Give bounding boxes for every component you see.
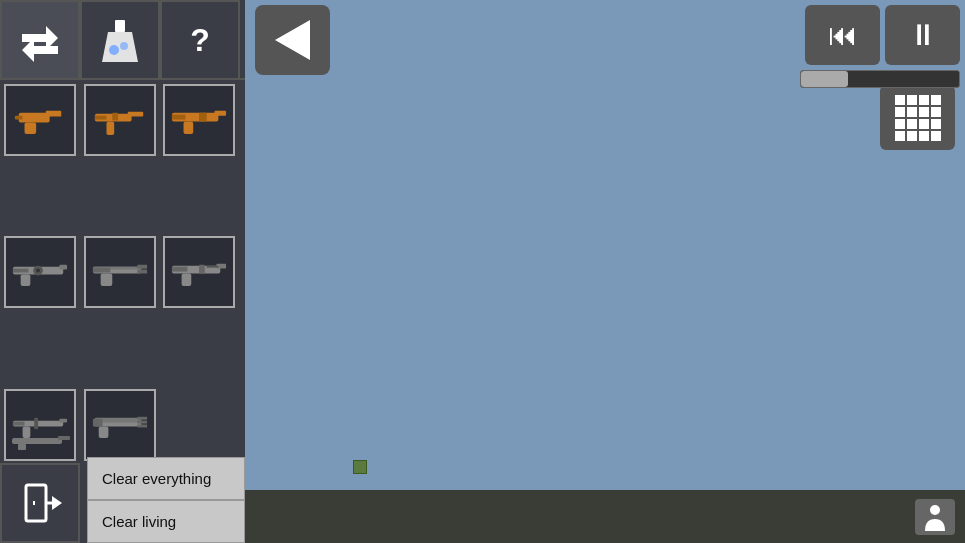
- svg-marker-56: [52, 496, 62, 510]
- svg-point-53: [930, 505, 940, 515]
- svg-rect-9: [15, 116, 23, 120]
- progress-bar[interactable]: [800, 70, 960, 88]
- clear-everything-button[interactable]: Clear everything: [87, 457, 245, 500]
- svg-rect-39: [59, 418, 67, 422]
- svg-rect-46: [137, 420, 147, 423]
- svg-rect-31: [93, 268, 110, 273]
- weapon-cell-minigun[interactable]: [84, 389, 156, 461]
- toolbar: ?: [0, 0, 245, 80]
- top-right-controls: ⏮ ⏸: [795, 0, 965, 93]
- svg-marker-3: [102, 32, 138, 62]
- rewind-button[interactable]: ⏮: [805, 5, 880, 65]
- svg-rect-37: [207, 266, 219, 268]
- weapon-cell-smg[interactable]: [84, 84, 156, 156]
- flask-button[interactable]: [80, 0, 160, 80]
- weapon-cell-ar2[interactable]: [163, 236, 235, 308]
- character: [353, 460, 367, 474]
- weapon-cell-pistol[interactable]: [4, 84, 76, 156]
- svg-point-4: [109, 45, 119, 55]
- svg-rect-54: [26, 485, 46, 521]
- svg-rect-13: [95, 116, 107, 120]
- back-button[interactable]: [255, 5, 330, 75]
- svg-rect-7: [46, 111, 61, 117]
- grid-button[interactable]: [880, 85, 955, 150]
- svg-rect-30: [100, 274, 112, 287]
- svg-rect-34: [182, 274, 192, 287]
- clear-living-button[interactable]: Clear living: [87, 500, 245, 543]
- weapon-cell-shotgun[interactable]: [84, 236, 156, 308]
- svg-rect-45: [137, 416, 147, 419]
- svg-rect-23: [13, 269, 28, 273]
- svg-rect-47: [137, 424, 147, 427]
- svg-rect-22: [21, 275, 31, 287]
- svg-rect-50: [12, 438, 62, 444]
- svg-rect-35: [172, 267, 187, 272]
- svg-point-5: [120, 42, 128, 50]
- svg-rect-52: [18, 444, 26, 450]
- ground: [245, 490, 965, 543]
- svg-rect-8: [25, 122, 37, 134]
- svg-rect-17: [184, 121, 194, 134]
- svg-rect-48: [98, 426, 108, 438]
- exit-button[interactable]: [0, 463, 80, 543]
- pause-button[interactable]: ⏸: [885, 5, 960, 65]
- progress-fill: [801, 71, 848, 87]
- svg-rect-16: [215, 111, 227, 116]
- svg-rect-6: [19, 113, 50, 123]
- svg-rect-42: [34, 417, 38, 429]
- svg-rect-18: [172, 115, 186, 120]
- svg-rect-19: [199, 113, 207, 122]
- svg-point-25: [36, 269, 40, 273]
- svg-rect-21: [59, 265, 67, 270]
- person-button[interactable]: [915, 499, 955, 535]
- playback-controls: ⏮ ⏸: [805, 5, 960, 65]
- svg-rect-29: [137, 270, 147, 274]
- svg-rect-36: [199, 265, 205, 274]
- svg-rect-41: [13, 421, 25, 425]
- swap-button[interactable]: [0, 0, 80, 80]
- weapon-cell-lmg[interactable]: [4, 236, 76, 308]
- svg-rect-49: [93, 418, 103, 426]
- svg-rect-28: [137, 265, 147, 269]
- svg-rect-51: [58, 436, 70, 440]
- weapon-cell-ar[interactable]: [163, 84, 235, 156]
- svg-rect-14: [112, 113, 118, 121]
- help-button[interactable]: ?: [160, 0, 240, 80]
- sidebar-bottom-label: [10, 432, 90, 453]
- context-menu: Clear everything Clear living: [87, 457, 245, 543]
- svg-rect-2: [115, 20, 125, 32]
- svg-rect-11: [127, 112, 142, 117]
- grid-icon: [895, 95, 941, 141]
- svg-rect-12: [106, 121, 114, 135]
